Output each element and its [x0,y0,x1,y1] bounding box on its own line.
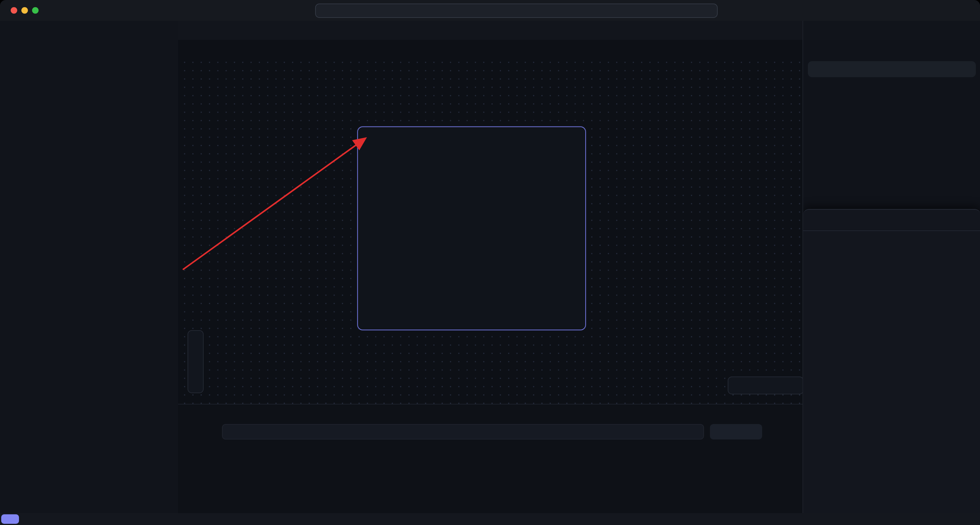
bottom-panel [178,404,802,514]
flow-node-advanced-flow[interactable] [357,126,586,330]
new-toolpack-icon[interactable] [964,45,974,55]
filter-search-icon [600,428,608,436]
editor-area [178,40,802,513]
back-icon[interactable] [282,5,291,14]
search-icon [511,7,519,14]
editor-tab-bar [178,21,802,40]
ovm-status-button[interactable] [1,514,19,524]
panel-maximize-icon[interactable] [766,409,774,417]
flow-canvas[interactable] [178,56,802,404]
robot-icon [725,4,736,15]
window-title-search[interactable] [315,3,718,18]
explorer-sidebar [0,40,179,513]
empty-state [178,441,802,452]
system-blocks-sheet [803,209,980,513]
chevron-down-icon [740,429,747,435]
log-list-icon[interactable] [207,427,216,436]
info-icon[interactable] [964,215,974,225]
flow-icon [190,428,198,436]
branch-icon [27,515,35,523]
toolpack-panel [802,40,980,513]
layout-status-icon[interactable] [951,515,959,523]
window-close-button[interactable] [11,7,17,14]
chevron-down-icon [738,6,744,13]
clear-logs-icon[interactable] [768,427,777,436]
problems-status[interactable] [56,515,82,523]
status-bar [0,513,980,525]
activity-bar [0,21,179,40]
right-panel-tab-bar [802,21,980,40]
window-minimize-button[interactable] [21,7,28,14]
forward-icon[interactable] [299,5,309,14]
export-logs-icon[interactable] [783,427,792,436]
error-icon [56,515,64,523]
toolpack-search[interactable] [808,61,976,77]
panel-close-icon[interactable] [784,409,792,417]
flow-icon [486,444,495,452]
workflow-selector[interactable] [190,428,201,436]
events-dropdown[interactable] [710,424,762,439]
speech-icon [725,428,733,436]
assistant-menu[interactable] [725,4,744,15]
ports-status[interactable] [90,515,100,523]
ovm-logo-icon [5,516,11,522]
bell-icon[interactable] [965,515,973,523]
toolpack-search-input[interactable] [826,64,970,74]
tools-icon [810,214,823,227]
git-branch-status[interactable] [27,515,48,523]
canvas-zoom-controls [188,330,204,393]
window-maximize-button[interactable] [32,7,38,14]
warning-icon [72,515,80,523]
breadcrumb[interactable] [178,40,802,56]
cloud-upload-icon [40,515,48,523]
app-window [0,0,980,525]
titlebar [0,0,980,21]
canvas-toolbar [728,377,802,394]
filter-logs-input[interactable] [222,424,704,439]
antenna-icon [90,515,98,523]
search-icon [814,65,821,73]
